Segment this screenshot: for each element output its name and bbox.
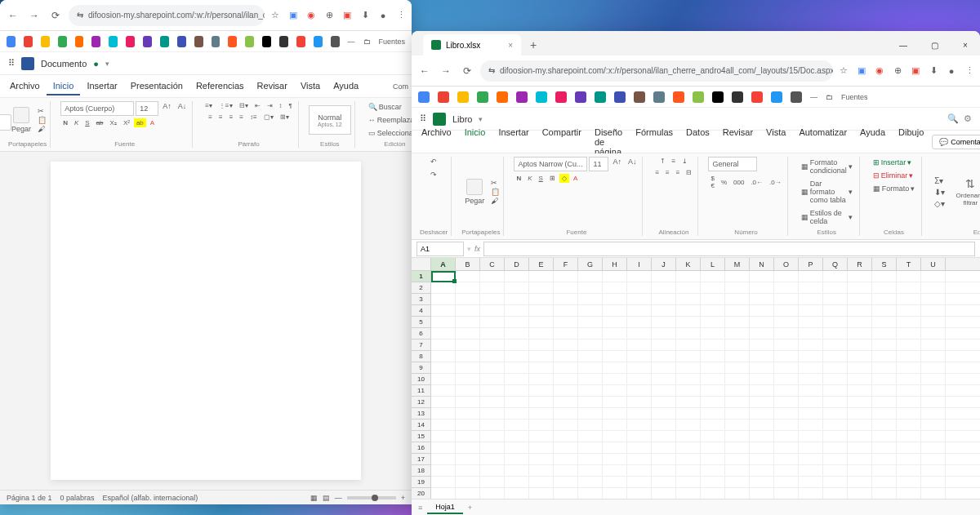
- cell[interactable]: [676, 362, 701, 373]
- cell[interactable]: [701, 317, 725, 327]
- row-header-11[interactable]: 11: [412, 385, 430, 397]
- cell[interactable]: [774, 305, 799, 316]
- cell[interactable]: [701, 408, 725, 419]
- cell[interactable]: [701, 305, 725, 316]
- cell[interactable]: [897, 351, 921, 362]
- cut-icon[interactable]: ✂: [491, 179, 500, 187]
- cell[interactable]: [554, 420, 578, 430]
- format-painter-icon[interactable]: 🖌: [491, 197, 500, 205]
- redo-button[interactable]: ↷: [428, 170, 439, 180]
- cell[interactable]: [750, 431, 774, 442]
- cell[interactable]: [529, 374, 554, 384]
- col-header-T[interactable]: T: [897, 258, 921, 270]
- cell[interactable]: [505, 362, 529, 373]
- cell[interactable]: [627, 477, 652, 487]
- menu-insertar[interactable]: Insertar: [80, 78, 123, 95]
- cell[interactable]: [774, 397, 799, 407]
- cell[interactable]: [456, 408, 480, 419]
- cell[interactable]: [725, 431, 750, 442]
- cell[interactable]: [603, 385, 627, 396]
- bookmark-icon[interactable]: [497, 91, 508, 103]
- cell[interactable]: [603, 465, 627, 476]
- cell[interactable]: [701, 454, 725, 464]
- cell[interactable]: [480, 454, 505, 464]
- font-size-select[interactable]: 12: [136, 101, 158, 116]
- cell[interactable]: [848, 374, 872, 384]
- profile-icon[interactable]: ●: [946, 65, 957, 77]
- bookmark-icon[interactable]: [58, 36, 67, 47]
- cell[interactable]: [456, 271, 480, 282]
- bookmark-icon[interactable]: [314, 36, 323, 47]
- cell[interactable]: [456, 305, 480, 316]
- cell[interactable]: [456, 294, 480, 304]
- cell[interactable]: [848, 385, 872, 396]
- cell[interactable]: [554, 294, 578, 304]
- align-center-button[interactable]: ≡: [216, 113, 225, 122]
- cell[interactable]: [431, 340, 456, 350]
- cell[interactable]: [578, 362, 603, 373]
- cell[interactable]: [505, 271, 529, 282]
- cell[interactable]: [823, 362, 848, 373]
- cell[interactable]: [872, 351, 897, 362]
- cell[interactable]: [848, 442, 872, 453]
- bookmark-icon[interactable]: [109, 36, 118, 47]
- cell[interactable]: [554, 340, 578, 350]
- cell[interactable]: [750, 305, 774, 316]
- reload-button[interactable]: ⟳: [47, 7, 64, 24]
- bookmark-icon[interactable]: [771, 91, 782, 103]
- ext-icon-4[interactable]: ▣: [341, 10, 353, 21]
- cell[interactable]: [872, 385, 897, 396]
- cell[interactable]: [774, 317, 799, 327]
- cell[interactable]: [529, 420, 554, 430]
- cell[interactable]: [480, 362, 505, 373]
- clear-button[interactable]: ◇▾: [932, 198, 947, 209]
- cell[interactable]: [603, 282, 627, 293]
- cell[interactable]: [505, 351, 529, 362]
- sheet-tab[interactable]: Hoja1: [427, 501, 463, 514]
- cell[interactable]: [872, 408, 897, 419]
- cell[interactable]: [529, 408, 554, 419]
- cell[interactable]: [848, 431, 872, 442]
- cell[interactable]: [456, 477, 480, 487]
- cell[interactable]: [725, 477, 750, 487]
- cell[interactable]: [505, 477, 529, 487]
- cell[interactable]: [799, 385, 823, 396]
- cell[interactable]: [872, 328, 897, 339]
- col-header-U[interactable]: U: [921, 258, 946, 270]
- cell[interactable]: [627, 465, 652, 476]
- apps-icon[interactable]: ⠿: [420, 113, 426, 124]
- cell[interactable]: [652, 374, 676, 384]
- italic-button[interactable]: K: [525, 174, 534, 183]
- cell[interactable]: [799, 328, 823, 339]
- cell[interactable]: [823, 454, 848, 464]
- cell[interactable]: [676, 385, 701, 396]
- cell[interactable]: [505, 465, 529, 476]
- cell[interactable]: [652, 340, 676, 350]
- cell[interactable]: [676, 408, 701, 419]
- underline-button[interactable]: S: [82, 118, 91, 127]
- close-tab-icon[interactable]: ×: [508, 41, 513, 50]
- row-header-7[interactable]: 7: [412, 340, 430, 351]
- cell[interactable]: [578, 374, 603, 384]
- cell[interactable]: [701, 442, 725, 453]
- cell[interactable]: [578, 271, 603, 282]
- bookmark-icon[interactable]: [634, 91, 645, 103]
- menu-icon[interactable]: ⋮: [964, 65, 975, 77]
- cell[interactable]: [529, 305, 554, 316]
- cell[interactable]: [603, 408, 627, 419]
- maximize-button[interactable]: ▢: [920, 34, 949, 55]
- word-count[interactable]: 0 palabras: [60, 494, 95, 502]
- cell[interactable]: [872, 282, 897, 293]
- cell[interactable]: [456, 465, 480, 476]
- currency-button[interactable]: $€: [708, 174, 716, 190]
- cell[interactable]: [701, 465, 725, 476]
- cell[interactable]: [652, 442, 676, 453]
- bookmark-icon[interactable]: [143, 36, 152, 47]
- formula-input[interactable]: [483, 242, 975, 256]
- cell[interactable]: [578, 317, 603, 327]
- col-header-S[interactable]: S: [872, 258, 897, 270]
- cell[interactable]: [725, 408, 750, 419]
- bookmark-icon[interactable]: [732, 91, 743, 103]
- cell[interactable]: [774, 431, 799, 442]
- cell[interactable]: [505, 305, 529, 316]
